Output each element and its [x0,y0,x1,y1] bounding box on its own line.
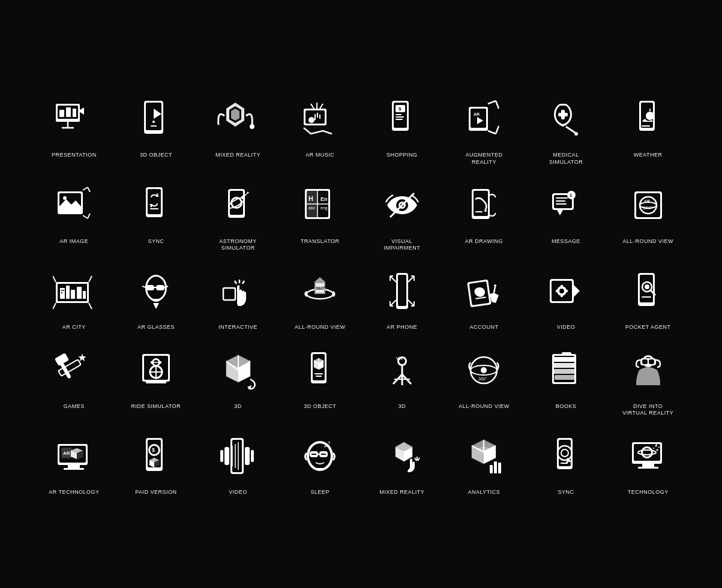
icon-item-dive-vr[interactable]: DIVE INTO VIRTUAL REALITY [610,343,686,417]
svg-text:AR: AR [63,451,70,456]
icon-item-all-round-view-1[interactable]: AR 360° ALL-ROUND VIEW [610,178,686,252]
icon-item-ar-city[interactable]: AR CITY [36,264,112,331]
svg-text:1: 1 [570,193,573,198]
icon-box-medical-simulator [539,92,593,146]
icon-item-games[interactable]: GAMES [36,343,112,417]
icon-item-ar-image[interactable]: AR IMAGE [36,178,112,252]
ar-image-icon [53,184,95,226]
svg-line-111 [142,286,146,287]
svg-text:AR: AR [474,112,480,116]
all-round-view-1-icon: AR 360° [627,184,669,226]
icon-item-translator[interactable]: H abc En eng TRANSLATOR [282,178,358,252]
ar-glasses-icon [135,270,177,312]
icon-item-3d-object[interactable]: 3D OBJECT [118,92,194,166]
video-icon [545,270,587,312]
icon-label-sleep: SLEEP [310,489,329,496]
svg-rect-263 [490,465,493,473]
svg-line-253 [418,458,420,461]
icon-item-weather[interactable]: WEATHER [610,92,686,166]
icon-item-paid-version[interactable]: $ PAID VERSION [118,429,194,496]
icon-box-weather [621,92,675,146]
svg-rect-207 [562,352,571,356]
svg-rect-211 [642,359,648,364]
icon-item-ar-technology[interactable]: AR AR TECHNOLOGY [36,429,112,496]
icon-item-video[interactable]: VIDEO [528,264,604,331]
svg-line-49 [83,187,88,190]
icon-item-sync[interactable]: SYNC [118,178,194,252]
svg-rect-21 [317,113,318,118]
ar-phone-icon [381,270,423,312]
svg-rect-233 [245,447,250,465]
svg-rect-273 [642,464,654,467]
icon-label-shopping: SHOPPING [387,152,418,159]
icon-item-visual-impairment[interactable]: VISUAL IMPAIRMENT [364,178,441,252]
ar-technology-icon: AR [53,435,95,477]
svg-rect-81 [556,197,568,199]
sync-icon [135,184,177,226]
icon-label-video-2: VIDEO [229,489,247,496]
icon-item-books[interactable]: BOOKS [528,343,604,417]
icon-item-3d-object-2[interactable]: 3D OBJECT [282,343,358,417]
games-icon [53,349,95,391]
svg-rect-29 [396,119,403,120]
svg-rect-216 [64,468,84,470]
icon-item-astronomy-simulator[interactable]: ASTRONOMY SIMULATOR [200,178,276,252]
icon-box-shopping: $ [375,92,429,146]
svg-text:En: En [320,196,328,202]
svg-rect-109 [156,285,164,290]
icon-item-shopping[interactable]: $ SHOPPING [364,92,441,166]
icon-box-paid-version: $ [129,429,183,483]
icon-label-ar-drawing: AR DRAWING [465,238,503,245]
svg-rect-27 [396,114,402,115]
icon-item-sleep[interactable]: Z z SLEEP [282,429,358,496]
sync-2-icon [545,435,587,477]
svg-rect-22 [319,115,320,119]
icon-item-all-round-view-3[interactable]: 360° ALL-ROUND VIEW [446,343,522,417]
icon-label-ar-glasses: AR GLASSES [137,324,175,331]
icon-item-ar-glasses[interactable]: AR GLASSES [118,264,194,331]
icon-box-books [539,343,593,397]
icon-item-mixed-reality-2[interactable]: MIXED REALITY [364,429,441,496]
svg-rect-204 [553,363,576,368]
icon-item-medical-simulator[interactable]: MEDICAL SIMULATOR [528,92,604,166]
icon-box-translator: H abc En eng [293,178,347,232]
icon-item-3d-1[interactable]: 3D [200,343,276,417]
svg-point-141 [494,284,496,287]
svg-line-114 [235,281,236,284]
icon-item-ar-phone[interactable]: AR PHONE [364,264,441,331]
icon-label-all-round-view-3: ALL-ROUND VIEW [459,403,510,410]
icon-label-medical-simulator: MEDICAL SIMULATOR [539,152,593,166]
icon-label-ride-simulator: RIDE SIMULATOR [131,403,181,410]
icon-box-pocket-agent [621,264,675,318]
icon-item-ride-simulator[interactable]: RIDE SIMULATOR [118,343,194,417]
icon-item-technology[interactable]: TECHNOLOGY [610,429,686,496]
icon-item-augmented-reality[interactable]: AR AUGMENTED REALITY [446,92,522,166]
icon-item-ar-drawing[interactable]: AR DRAWING [446,178,522,252]
translator-icon: H abc En eng [299,184,341,226]
message-icon: 1 [545,184,587,226]
icon-item-message[interactable]: 1 MESSAGE [528,178,604,252]
svg-point-279 [653,448,654,449]
icon-item-3d-2[interactable]: VR 3D [364,343,441,417]
icon-item-account[interactable]: ACCOUNT [446,264,522,331]
icon-item-video-2[interactable]: VIDEO [200,429,276,496]
icon-item-mixed-reality[interactable]: MIXED REALITY [200,92,276,166]
svg-rect-149 [565,290,568,292]
icon-label-3d-1: 3D [234,403,242,410]
icon-box-ar-drawing [457,178,511,232]
icon-item-interactive[interactable]: INTERACTIVE [200,264,276,331]
svg-text:H: H [308,195,313,202]
svg-text:Z: Z [324,443,327,448]
svg-marker-161 [79,353,86,361]
icon-item-sync-2[interactable]: SYNC [528,429,604,496]
icon-item-analytics[interactable]: ANALYTICS [446,429,522,496]
icon-item-ar-music[interactable]: AR MUSIC [282,92,358,166]
icon-label-astronomy-simulator: ASTRONOMY SIMULATOR [211,238,265,252]
icon-box-ar-image [47,178,101,232]
icon-item-presentation[interactable]: PRESENTATION [36,92,112,166]
svg-rect-55 [150,208,158,209]
svg-rect-265 [498,463,501,473]
svg-rect-235 [251,450,254,462]
icon-item-pocket-agent[interactable]: POCKET AGENT [610,264,686,331]
icon-item-all-round-view-2[interactable]: 360° ALL-ROUND VIEW [282,264,358,331]
